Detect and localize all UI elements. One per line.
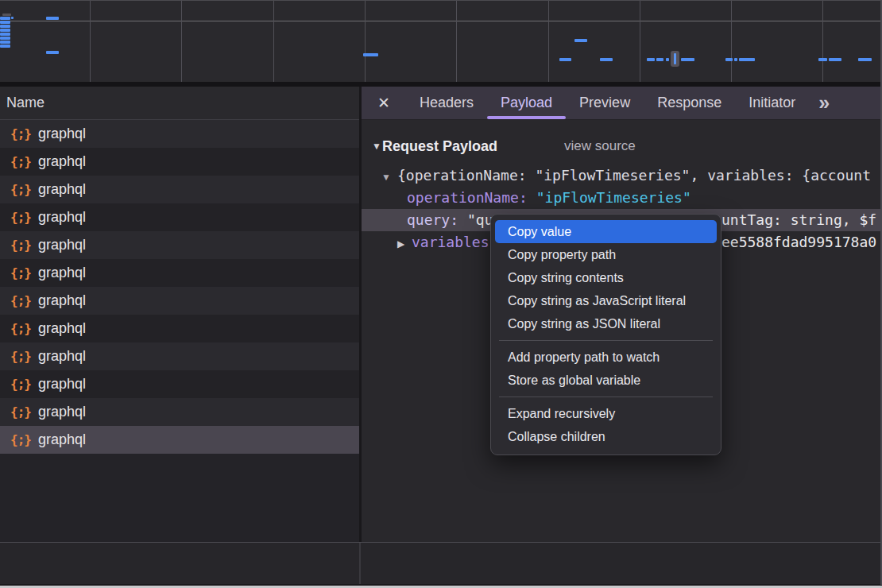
request-name-label: graphql — [38, 376, 86, 393]
request-name-label: graphql — [38, 404, 86, 420]
menu-item-add-property-path-to-watch[interactable]: Add property path to watch — [495, 346, 717, 369]
menu-separator — [499, 397, 713, 397]
menu-separator — [499, 340, 713, 341]
request-name-label: graphql — [38, 348, 86, 365]
request-timing-bar — [681, 58, 694, 61]
menu-item-copy-property-path[interactable]: Copy property path — [495, 243, 717, 266]
request-row[interactable]: {;}graphql — [0, 315, 359, 342]
menu-item-copy-string-as-json-literal[interactable]: Copy string as JSON literal — [495, 312, 717, 335]
request-timing-bar — [666, 58, 669, 61]
menu-item-copy-value[interactable]: Copy value — [495, 220, 717, 243]
request-timing-bar — [0, 17, 10, 20]
more-tabs-button[interactable]: » — [818, 87, 830, 119]
request-timing-bar — [600, 58, 613, 61]
request-timing-bar — [0, 29, 10, 32]
json-braces-icon: {;} — [10, 154, 31, 169]
menu-item-label: Store as global variable — [508, 373, 640, 388]
tab-headers[interactable]: Headers — [406, 87, 487, 119]
json-braces-icon: {;} — [10, 238, 31, 253]
request-row[interactable]: {;}graphql — [0, 426, 359, 454]
panel-divider — [359, 543, 361, 584]
tab-label: Preview — [579, 95, 630, 111]
tab-initiator[interactable]: Initiator — [735, 87, 809, 119]
request-name-label: graphql — [38, 209, 86, 226]
details-tabs: HeadersPayloadPreviewResponseInitiator — [406, 87, 809, 119]
tab-preview[interactable]: Preview — [566, 87, 644, 119]
request-timing-bar — [0, 41, 10, 44]
request-row[interactable]: {;}graphql — [0, 398, 359, 426]
close-details-button[interactable]: ✕ — [371, 87, 397, 119]
timeline-row-divider — [0, 21, 882, 21]
request-timing-bar — [858, 58, 872, 61]
request-payload-title: Request Payload — [382, 138, 497, 155]
request-row[interactable]: {;}graphql — [0, 287, 359, 315]
tab-payload[interactable]: Payload — [487, 87, 566, 119]
request-name-label: graphql — [38, 320, 86, 337]
request-name-label: graphql — [38, 265, 86, 281]
request-row[interactable]: {;}graphql — [0, 259, 359, 287]
json-braces-icon: {;} — [10, 293, 31, 308]
request-timing-bar — [725, 58, 733, 61]
request-name-label: graphql — [38, 126, 86, 142]
request-timing-bar — [0, 21, 10, 24]
request-timing-bar — [2, 14, 11, 16]
menu-item-label: Collapse children — [508, 430, 605, 444]
requests-panel: Name {;}graphql{;}graphql{;}graphql{;}gr… — [0, 87, 359, 542]
menu-item-label: Copy property path — [508, 248, 616, 262]
menu-item-label: Copy string as JSON literal — [508, 317, 660, 331]
name-column-header[interactable]: Name — [0, 87, 359, 120]
menu-item-copy-string-as-javascript-literal[interactable]: Copy string as JavaScript literal — [495, 289, 717, 312]
triangle-down-icon[interactable]: ▼ — [381, 166, 397, 187]
request-row[interactable]: {;}graphql — [0, 231, 359, 259]
menu-item-expand-recursively[interactable]: Expand recursively — [495, 402, 717, 425]
request-row[interactable]: {;}graphql — [0, 176, 359, 203]
close-icon: ✕ — [377, 94, 390, 112]
menu-item-label: Copy string contents — [508, 271, 624, 285]
request-row[interactable]: {;}graphql — [0, 120, 359, 148]
property-key: operationName: — [407, 189, 528, 206]
selected-request-marker-bar — [674, 53, 676, 64]
view-source-link[interactable]: view source — [564, 138, 636, 154]
payload-root-row[interactable]: ▼{operationName: "ipFlowTimeseries", var… — [362, 164, 882, 187]
menu-item-store-as-global-variable[interactable]: Store as global variable — [495, 369, 717, 392]
timeline-gridline — [731, 1, 732, 82]
request-row[interactable]: {;}graphql — [0, 203, 359, 231]
request-name-label: graphql — [38, 181, 86, 198]
request-timing-bar — [0, 25, 10, 28]
request-row[interactable]: {;}graphql — [0, 370, 359, 398]
request-name-label: graphql — [38, 153, 86, 170]
request-timing-bar — [559, 58, 571, 61]
request-name-label: graphql — [38, 431, 86, 448]
property-key: query: — [407, 211, 458, 228]
devtools-window: Name {;}graphql{;}graphql{;}graphql{;}gr… — [0, 0, 882, 588]
request-timing-bar — [46, 51, 59, 54]
tab-response[interactable]: Response — [644, 87, 735, 119]
network-overview-timeline[interactable] — [0, 1, 882, 82]
request-timing-bar — [818, 58, 827, 61]
property-key: variables — [412, 234, 489, 250]
context-menu: Copy valueCopy property pathCopy string … — [490, 214, 721, 455]
menu-item-collapse-children[interactable]: Collapse children — [495, 425, 717, 448]
payload-preview-text: {operationName: "ipFlowTimeseries", vari… — [397, 167, 871, 184]
request-timing-bar — [0, 37, 10, 40]
menu-item-copy-string-contents[interactable]: Copy string contents — [495, 266, 717, 289]
timeline-gridline — [640, 1, 640, 82]
operation-name-row[interactable]: operationName:"ipFlowTimeseries" — [362, 187, 882, 209]
triangle-right-icon[interactable]: ▶ — [397, 233, 412, 253]
property-value-left: "qu — [467, 211, 493, 228]
timeline-gridline — [90, 1, 91, 82]
timeline-gridline — [456, 1, 457, 82]
request-timing-bar — [0, 44, 10, 48]
request-row[interactable]: {;}graphql — [0, 342, 359, 370]
request-timing-bar — [656, 58, 663, 61]
timeline-gridline — [822, 1, 823, 82]
property-value-right: untTag: string, $f — [721, 209, 876, 231]
tab-label: Payload — [501, 95, 552, 111]
chevron-double-right-icon: » — [818, 91, 830, 114]
request-row[interactable]: {;}graphql — [0, 148, 359, 176]
triangle-down-icon[interactable]: ▼ — [372, 141, 381, 152]
tab-label: Initiator — [749, 95, 795, 111]
tab-label: Headers — [420, 95, 474, 111]
property-value-right: ee5588fdad995178a0 — [721, 231, 876, 253]
request-timing-bar — [11, 17, 14, 19]
